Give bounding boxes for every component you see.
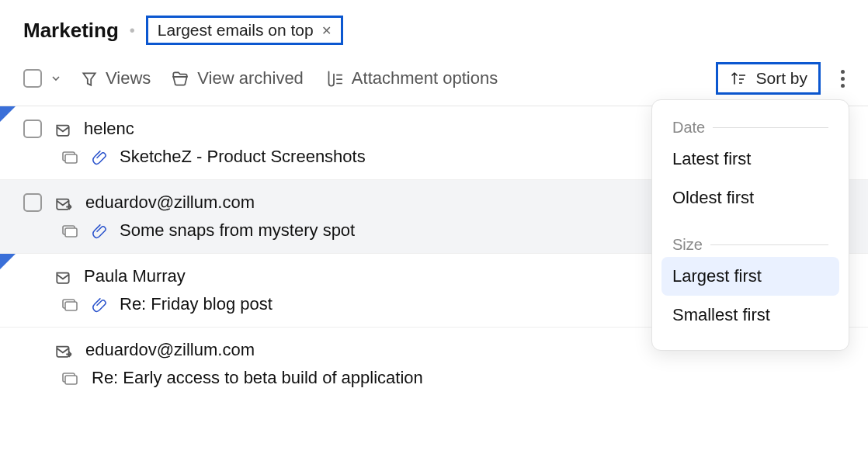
views-label: Views [106,68,151,88]
sender-name: helenc [84,119,134,139]
conversation-icon [61,148,79,165]
unread-corner-marker [0,106,16,122]
sort-by-label: Sort by [755,69,807,88]
row-checkbox[interactable] [23,193,42,212]
conversation-icon [61,296,79,313]
view-archived-button[interactable]: View archived [171,68,304,88]
archive-icon [171,69,189,88]
sender-name: Paula Murray [84,266,186,286]
sort-by-button[interactable]: Sort by [716,62,821,95]
sort-by-dropdown: Date Latest first Oldest first Size Larg… [651,99,849,351]
sort-group-date: Date [661,116,839,140]
paperclip-icon [92,148,107,165]
views-button[interactable]: Views [81,68,151,88]
sort-icon [729,70,748,87]
sort-option-largest-first[interactable]: Largest first [661,257,839,296]
sender-name: eduardov@zillum.com [85,340,255,360]
folder-title: Marketing [23,19,119,43]
paperclip-icon [92,296,107,313]
separator-dot: • [130,22,135,40]
paperclip-icon [92,222,107,239]
attachment-options-label: Attachment options [352,68,498,88]
sort-group-size: Size [661,233,839,257]
more-actions-button[interactable] [841,70,845,88]
envelope-forward-icon [54,194,73,211]
attachment-options-button[interactable]: Attachment options [324,68,498,88]
select-all-checkbox[interactable] [23,69,42,88]
active-filter-chip[interactable]: Largest emails on top ✕ [146,16,343,45]
select-all-dropdown[interactable] [51,74,61,83]
sender-name: eduardov@zillum.com [85,192,255,213]
folder-header: Marketing • Largest emails on top ✕ [0,0,868,56]
attachment-options-icon [324,69,344,88]
view-archived-label: View archived [197,68,304,88]
unread-corner-marker [0,254,16,269]
sort-option-smallest-first[interactable]: Smallest first [661,296,839,334]
email-subject: Re: Early access to beta build of applic… [92,368,423,388]
sort-option-oldest-first[interactable]: Oldest first [661,179,839,217]
envelope-forward-icon [54,341,73,359]
conversation-icon [61,222,79,239]
email-subject: Some snaps from mystery spot [120,220,355,241]
row-checkbox[interactable] [23,120,42,138]
email-subject: Re: Friday blog post [120,294,273,314]
filter-chip-label: Largest emails on top [158,21,314,40]
envelope-icon [54,120,71,137]
email-subject: SketcheZ - Product Screenshots [120,147,366,167]
conversation-icon [61,369,79,386]
envelope-icon [54,268,71,285]
close-icon[interactable]: ✕ [321,23,332,38]
funnel-icon [81,70,98,87]
sort-option-latest-first[interactable]: Latest first [661,140,839,179]
